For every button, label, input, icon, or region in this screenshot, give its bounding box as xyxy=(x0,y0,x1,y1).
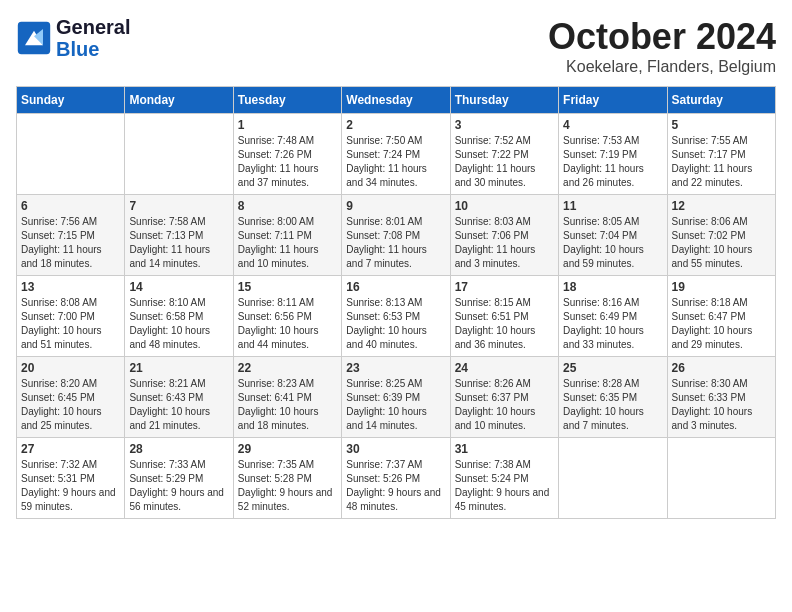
day-number: 14 xyxy=(129,280,228,294)
day-number: 28 xyxy=(129,442,228,456)
calendar-cell xyxy=(667,438,775,519)
day-number: 15 xyxy=(238,280,337,294)
day-info: Sunrise: 8:26 AMSunset: 6:37 PMDaylight:… xyxy=(455,377,554,433)
day-number: 7 xyxy=(129,199,228,213)
calendar-cell: 12Sunrise: 8:06 AMSunset: 7:02 PMDayligh… xyxy=(667,195,775,276)
calendar-cell: 15Sunrise: 8:11 AMSunset: 6:56 PMDayligh… xyxy=(233,276,341,357)
day-info: Sunrise: 7:33 AMSunset: 5:29 PMDaylight:… xyxy=(129,458,228,514)
day-number: 11 xyxy=(563,199,662,213)
day-number: 13 xyxy=(21,280,120,294)
calendar-cell: 11Sunrise: 8:05 AMSunset: 7:04 PMDayligh… xyxy=(559,195,667,276)
day-number: 23 xyxy=(346,361,445,375)
logo: General Blue xyxy=(16,16,130,60)
day-info: Sunrise: 8:16 AMSunset: 6:49 PMDaylight:… xyxy=(563,296,662,352)
calendar-cell: 18Sunrise: 8:16 AMSunset: 6:49 PMDayligh… xyxy=(559,276,667,357)
day-info: Sunrise: 8:11 AMSunset: 6:56 PMDaylight:… xyxy=(238,296,337,352)
calendar-cell: 27Sunrise: 7:32 AMSunset: 5:31 PMDayligh… xyxy=(17,438,125,519)
day-number: 19 xyxy=(672,280,771,294)
calendar-cell: 4Sunrise: 7:53 AMSunset: 7:19 PMDaylight… xyxy=(559,114,667,195)
day-info: Sunrise: 7:56 AMSunset: 7:15 PMDaylight:… xyxy=(21,215,120,271)
day-number: 2 xyxy=(346,118,445,132)
day-number: 3 xyxy=(455,118,554,132)
day-info: Sunrise: 8:10 AMSunset: 6:58 PMDaylight:… xyxy=(129,296,228,352)
calendar-cell: 23Sunrise: 8:25 AMSunset: 6:39 PMDayligh… xyxy=(342,357,450,438)
day-header-friday: Friday xyxy=(559,87,667,114)
day-number: 12 xyxy=(672,199,771,213)
calendar-week-1: 1Sunrise: 7:48 AMSunset: 7:26 PMDaylight… xyxy=(17,114,776,195)
day-info: Sunrise: 8:21 AMSunset: 6:43 PMDaylight:… xyxy=(129,377,228,433)
day-number: 31 xyxy=(455,442,554,456)
calendar-cell xyxy=(17,114,125,195)
day-info: Sunrise: 8:00 AMSunset: 7:11 PMDaylight:… xyxy=(238,215,337,271)
calendar-cell: 8Sunrise: 8:00 AMSunset: 7:11 PMDaylight… xyxy=(233,195,341,276)
month-title: October 2024 xyxy=(548,16,776,58)
calendar-cell: 16Sunrise: 8:13 AMSunset: 6:53 PMDayligh… xyxy=(342,276,450,357)
day-info: Sunrise: 8:20 AMSunset: 6:45 PMDaylight:… xyxy=(21,377,120,433)
calendar-week-4: 20Sunrise: 8:20 AMSunset: 6:45 PMDayligh… xyxy=(17,357,776,438)
day-number: 22 xyxy=(238,361,337,375)
day-number: 24 xyxy=(455,361,554,375)
location-title: Koekelare, Flanders, Belgium xyxy=(548,58,776,76)
day-info: Sunrise: 7:48 AMSunset: 7:26 PMDaylight:… xyxy=(238,134,337,190)
day-number: 5 xyxy=(672,118,771,132)
calendar-cell: 6Sunrise: 7:56 AMSunset: 7:15 PMDaylight… xyxy=(17,195,125,276)
logo-icon xyxy=(16,20,52,56)
day-number: 30 xyxy=(346,442,445,456)
day-info: Sunrise: 8:03 AMSunset: 7:06 PMDaylight:… xyxy=(455,215,554,271)
day-header-sunday: Sunday xyxy=(17,87,125,114)
day-number: 27 xyxy=(21,442,120,456)
calendar-cell: 13Sunrise: 8:08 AMSunset: 7:00 PMDayligh… xyxy=(17,276,125,357)
calendar-cell: 22Sunrise: 8:23 AMSunset: 6:41 PMDayligh… xyxy=(233,357,341,438)
day-info: Sunrise: 8:13 AMSunset: 6:53 PMDaylight:… xyxy=(346,296,445,352)
day-header-wednesday: Wednesday xyxy=(342,87,450,114)
calendar-cell: 2Sunrise: 7:50 AMSunset: 7:24 PMDaylight… xyxy=(342,114,450,195)
calendar-cell: 10Sunrise: 8:03 AMSunset: 7:06 PMDayligh… xyxy=(450,195,558,276)
day-header-tuesday: Tuesday xyxy=(233,87,341,114)
day-number: 8 xyxy=(238,199,337,213)
day-info: Sunrise: 7:32 AMSunset: 5:31 PMDaylight:… xyxy=(21,458,120,514)
day-info: Sunrise: 8:30 AMSunset: 6:33 PMDaylight:… xyxy=(672,377,771,433)
calendar-cell: 25Sunrise: 8:28 AMSunset: 6:35 PMDayligh… xyxy=(559,357,667,438)
calendar-cell: 26Sunrise: 8:30 AMSunset: 6:33 PMDayligh… xyxy=(667,357,775,438)
header: General Blue October 2024 Koekelare, Fla… xyxy=(16,16,776,76)
day-info: Sunrise: 8:01 AMSunset: 7:08 PMDaylight:… xyxy=(346,215,445,271)
day-info: Sunrise: 7:52 AMSunset: 7:22 PMDaylight:… xyxy=(455,134,554,190)
calendar-week-2: 6Sunrise: 7:56 AMSunset: 7:15 PMDaylight… xyxy=(17,195,776,276)
day-info: Sunrise: 7:55 AMSunset: 7:17 PMDaylight:… xyxy=(672,134,771,190)
calendar-cell: 17Sunrise: 8:15 AMSunset: 6:51 PMDayligh… xyxy=(450,276,558,357)
calendar-cell: 1Sunrise: 7:48 AMSunset: 7:26 PMDaylight… xyxy=(233,114,341,195)
calendar-cell: 21Sunrise: 8:21 AMSunset: 6:43 PMDayligh… xyxy=(125,357,233,438)
day-info: Sunrise: 8:28 AMSunset: 6:35 PMDaylight:… xyxy=(563,377,662,433)
calendar-cell: 30Sunrise: 7:37 AMSunset: 5:26 PMDayligh… xyxy=(342,438,450,519)
day-info: Sunrise: 8:06 AMSunset: 7:02 PMDaylight:… xyxy=(672,215,771,271)
calendar-cell: 7Sunrise: 7:58 AMSunset: 7:13 PMDaylight… xyxy=(125,195,233,276)
day-number: 29 xyxy=(238,442,337,456)
day-info: Sunrise: 8:08 AMSunset: 7:00 PMDaylight:… xyxy=(21,296,120,352)
day-number: 21 xyxy=(129,361,228,375)
day-info: Sunrise: 8:18 AMSunset: 6:47 PMDaylight:… xyxy=(672,296,771,352)
day-info: Sunrise: 7:53 AMSunset: 7:19 PMDaylight:… xyxy=(563,134,662,190)
calendar-cell: 14Sunrise: 8:10 AMSunset: 6:58 PMDayligh… xyxy=(125,276,233,357)
calendar-cell xyxy=(125,114,233,195)
day-info: Sunrise: 8:05 AMSunset: 7:04 PMDaylight:… xyxy=(563,215,662,271)
calendar-cell: 24Sunrise: 8:26 AMSunset: 6:37 PMDayligh… xyxy=(450,357,558,438)
day-number: 16 xyxy=(346,280,445,294)
calendar-week-5: 27Sunrise: 7:32 AMSunset: 5:31 PMDayligh… xyxy=(17,438,776,519)
day-info: Sunrise: 7:37 AMSunset: 5:26 PMDaylight:… xyxy=(346,458,445,514)
calendar-cell: 29Sunrise: 7:35 AMSunset: 5:28 PMDayligh… xyxy=(233,438,341,519)
day-info: Sunrise: 8:25 AMSunset: 6:39 PMDaylight:… xyxy=(346,377,445,433)
day-info: Sunrise: 8:15 AMSunset: 6:51 PMDaylight:… xyxy=(455,296,554,352)
day-header-saturday: Saturday xyxy=(667,87,775,114)
day-number: 18 xyxy=(563,280,662,294)
calendar-week-3: 13Sunrise: 8:08 AMSunset: 7:00 PMDayligh… xyxy=(17,276,776,357)
day-number: 25 xyxy=(563,361,662,375)
day-info: Sunrise: 7:58 AMSunset: 7:13 PMDaylight:… xyxy=(129,215,228,271)
calendar-cell: 5Sunrise: 7:55 AMSunset: 7:17 PMDaylight… xyxy=(667,114,775,195)
day-number: 26 xyxy=(672,361,771,375)
calendar-cell: 28Sunrise: 7:33 AMSunset: 5:29 PMDayligh… xyxy=(125,438,233,519)
calendar-cell: 3Sunrise: 7:52 AMSunset: 7:22 PMDaylight… xyxy=(450,114,558,195)
day-number: 20 xyxy=(21,361,120,375)
day-number: 10 xyxy=(455,199,554,213)
day-info: Sunrise: 7:38 AMSunset: 5:24 PMDaylight:… xyxy=(455,458,554,514)
day-info: Sunrise: 8:23 AMSunset: 6:41 PMDaylight:… xyxy=(238,377,337,433)
